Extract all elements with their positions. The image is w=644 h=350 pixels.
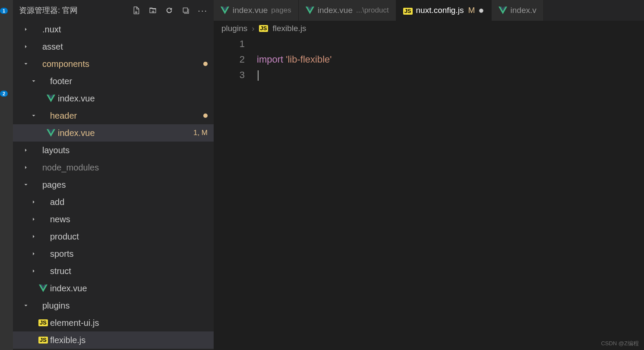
- tree-item-label: flexible.js: [50, 335, 214, 345]
- vue-icon: [46, 95, 56, 102]
- tree-item-components[interactable]: components: [13, 55, 214, 73]
- tree-item-label: news: [50, 214, 214, 224]
- new-file-icon[interactable]: [132, 6, 141, 15]
- tree-item-label: layouts: [42, 145, 214, 155]
- tab-index-vue-1[interactable]: index.vue...\product: [299, 0, 396, 21]
- tree-item-label: index.vue: [58, 94, 214, 104]
- tree-item-layouts[interactable]: layouts: [13, 142, 214, 159]
- breadcrumb-seg-plugins[interactable]: plugins: [221, 24, 247, 33]
- tree-item-label: header: [50, 111, 203, 121]
- code-editor[interactable]: 1 2 3 import 'lib-flexible': [214, 36, 644, 350]
- tree-item-label: index.vue: [58, 128, 193, 138]
- git-modified-badge: M: [468, 6, 475, 15]
- more-actions-icon[interactable]: ···: [198, 6, 208, 15]
- tree-item-label: add: [50, 197, 214, 207]
- modified-dot-icon: [203, 114, 208, 118]
- tree-item-label: components: [42, 59, 203, 69]
- vue-icon: [306, 6, 314, 14]
- tree-item-pages[interactable]: pages: [13, 176, 214, 193]
- chevron-right-icon[interactable]: [22, 164, 30, 170]
- vue-icon: [38, 284, 48, 292]
- tab-label: index.vue: [318, 6, 353, 15]
- chevron-right-icon: ›: [252, 24, 254, 33]
- js-icon: JS: [38, 319, 48, 326]
- breadcrumb-seg-file[interactable]: flexible.js: [272, 24, 306, 33]
- code-lines[interactable]: import 'lib-flexible': [257, 36, 644, 350]
- chevron-right-icon[interactable]: [22, 44, 30, 50]
- editor-area: index.vuepagesindex.vue...\productJSnuxt…: [214, 0, 644, 350]
- tree-item-label: footer: [50, 76, 214, 86]
- tab-label: index.vue: [233, 6, 268, 15]
- dirty-dot-icon: ●: [478, 6, 484, 15]
- tree-item-asset[interactable]: asset: [13, 38, 214, 55]
- tab-description: ...\product: [356, 6, 389, 15]
- vue-icon: [499, 6, 507, 14]
- chevron-down-icon[interactable]: [22, 182, 30, 188]
- tab-nuxt-config-js-2[interactable]: JSnuxt.config.jsM●: [396, 0, 492, 21]
- explorer-actions: ···: [132, 6, 208, 15]
- tree-item-label: pages: [42, 180, 214, 190]
- tab-index-vue-0[interactable]: index.vuepages: [214, 0, 299, 21]
- collapse-all-icon[interactable]: [181, 6, 190, 15]
- tree-item-news[interactable]: news: [13, 211, 214, 228]
- git-decoration: 1, M: [193, 129, 208, 137]
- js-icon: JS: [259, 25, 268, 32]
- breadcrumb[interactable]: plugins › JS flexible.js: [214, 21, 644, 36]
- tree-item-add[interactable]: add: [13, 193, 214, 211]
- activity-bar: 1 2: [0, 0, 13, 350]
- tree-item-struct[interactable]: struct: [13, 262, 214, 280]
- explorer-sidebar: 资源管理器: 官网 ··· .nuxtassetcomponentsfooter…: [13, 0, 214, 350]
- chevron-right-icon[interactable]: [22, 147, 30, 153]
- watermark: CSDN @Z编程: [601, 340, 639, 347]
- tree-item-label: node_modules: [42, 163, 214, 173]
- chevron-right-icon[interactable]: [29, 216, 38, 222]
- refresh-icon[interactable]: [165, 6, 174, 15]
- chevron-right-icon[interactable]: [29, 251, 38, 257]
- tree-item-label: asset: [42, 42, 214, 52]
- modified-dot-icon: [203, 62, 208, 66]
- tree-item-sports[interactable]: sports: [13, 245, 214, 262]
- tree-item-label: index.vue: [50, 284, 214, 293]
- explorer-header: 资源管理器: 官网 ···: [13, 0, 214, 21]
- tree-item-label: sports: [50, 249, 214, 259]
- chevron-down-icon[interactable]: [22, 61, 30, 67]
- tree-item-index-vue[interactable]: index.vue1, M: [13, 124, 214, 142]
- chevron-right-icon[interactable]: [29, 233, 38, 240]
- tree-item--nuxt[interactable]: .nuxt: [13, 21, 214, 38]
- tree-item-label: element-ui.js: [50, 318, 214, 328]
- vue-icon: [221, 6, 229, 14]
- activity-badge-2: 2: [0, 91, 8, 97]
- chevron-right-icon[interactable]: [22, 26, 30, 32]
- tree-item-node-modules[interactable]: node_modules: [13, 159, 214, 176]
- chevron-down-icon[interactable]: [29, 113, 38, 119]
- tree-item-element-ui-js[interactable]: JSelement-ui.js: [13, 314, 214, 331]
- tree-item-index-vue[interactable]: index.vue: [13, 90, 214, 107]
- tab-label: index.v: [511, 6, 537, 15]
- new-folder-icon[interactable]: [148, 6, 157, 15]
- tree-item-header[interactable]: header: [13, 107, 214, 124]
- text-cursor: [258, 70, 259, 81]
- tab-index-v-3[interactable]: index.v: [492, 0, 544, 21]
- tree-item-footer[interactable]: footer: [13, 73, 214, 90]
- explorer-title: 资源管理器: 官网: [19, 5, 129, 16]
- tree-item-plugins[interactable]: plugins: [13, 297, 214, 314]
- file-tree[interactable]: .nuxtassetcomponentsfooterindex.vueheade…: [13, 21, 214, 350]
- editor-tabs: index.vuepagesindex.vue...\productJSnuxt…: [214, 0, 644, 21]
- chevron-down-icon[interactable]: [22, 303, 30, 309]
- line-gutter: 1 2 3: [214, 36, 257, 350]
- js-icon: JS: [403, 6, 413, 15]
- tab-label: nuxt.config.js: [416, 6, 464, 15]
- tree-item-label: .nuxt: [42, 25, 214, 35]
- activity-badge-1: 1: [0, 8, 8, 14]
- chevron-right-icon[interactable]: [29, 199, 38, 205]
- vue-icon: [46, 129, 56, 137]
- tree-item-label: struct: [50, 266, 214, 276]
- js-icon: JS: [38, 337, 48, 344]
- tree-item-product[interactable]: product: [13, 228, 214, 245]
- tree-item-flexible-js[interactable]: JSflexible.js: [13, 331, 214, 349]
- tree-item-index-vue[interactable]: index.vue: [13, 280, 214, 297]
- tab-description: pages: [271, 6, 291, 15]
- chevron-down-icon[interactable]: [29, 78, 38, 84]
- tree-item-label: plugins: [42, 301, 214, 311]
- chevron-right-icon[interactable]: [29, 268, 38, 274]
